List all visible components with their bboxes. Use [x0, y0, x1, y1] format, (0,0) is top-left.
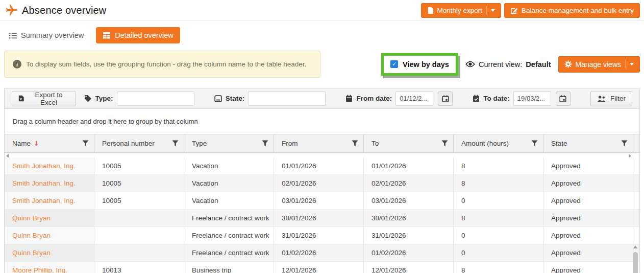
cell-to: 30/01/2026 — [364, 210, 454, 226]
view-tabs: Summary overview Detailed overview — [0, 21, 644, 49]
column-header-name[interactable]: Name ↓ — [5, 134, 94, 152]
view-by-days-checkbox[interactable]: ✓ — [390, 60, 398, 68]
view-by-days-label[interactable]: View by days — [403, 60, 449, 69]
cell-name[interactable]: Moore Phillip, Ing. — [5, 262, 94, 273]
column-label: Personal number — [102, 140, 155, 147]
type-input[interactable] — [117, 92, 194, 106]
cell-from: 01/02/2026 — [274, 244, 364, 261]
group-drop-hint-text: Drag a column header and drop it here to… — [13, 118, 198, 125]
filter-funnel-icon[interactable] — [171, 139, 180, 148]
monthly-export-button[interactable]: Monthly export — [421, 3, 502, 18]
table-grid-icon — [103, 32, 111, 39]
tab-detailed-overview[interactable]: Detailed overview — [96, 27, 180, 43]
cell-to: 03/01/2026 — [364, 192, 454, 209]
cell-name[interactable]: Smith Jonathan, Ing. — [5, 157, 94, 174]
cell-state: Approved — [543, 157, 633, 174]
table-row[interactable]: Smith Jonathan, Ing. 10005 Vacation 01/0… — [5, 157, 639, 175]
cell-from: 02/01/2026 — [274, 175, 364, 192]
to-date-input[interactable] — [513, 92, 551, 106]
filter-funnel-icon[interactable] — [620, 139, 629, 148]
column-label: Amount (hours) — [461, 140, 509, 147]
current-view-value: Default — [526, 60, 551, 69]
employee-name-link[interactable]: Smith Jonathan, Ing. — [12, 162, 76, 170]
tab-summary-overview[interactable]: Summary overview — [9, 31, 84, 39]
table-row[interactable]: Quinn Bryan Freelance / contract work 30… — [5, 210, 639, 227]
cell-amount: 0 — [454, 192, 543, 209]
chevron-down-icon[interactable] — [491, 9, 495, 12]
scroll-up-icon[interactable] — [633, 245, 637, 248]
employee-name-link[interactable]: Smith Jonathan, Ing. — [12, 197, 76, 204]
group-drop-zone[interactable]: Drag a column header and drop it here to… — [5, 109, 639, 134]
manage-views-label: Manage views — [576, 60, 622, 69]
employee-name-link[interactable]: Quinn Bryan — [12, 214, 51, 222]
grid-panel: x Export to Excel Type: State: — [4, 88, 640, 273]
export-to-excel-label: Export to Excel — [28, 91, 69, 106]
table-header-row: Name ↓ Personal number Type From To A — [5, 134, 639, 153]
type-filter-group: Type: — [84, 92, 194, 106]
cell-to: 01/01/2026 — [364, 157, 454, 174]
table-row[interactable]: Moore Phillip, Ing. 10013 Business trip … — [5, 262, 639, 273]
filter-funnel-icon[interactable] — [530, 139, 539, 148]
cell-amount: 8 — [454, 262, 543, 273]
cell-state: Approved — [543, 175, 633, 192]
cell-to: 01/02/2026 — [364, 244, 454, 261]
column-header-from[interactable]: From — [274, 134, 364, 152]
to-date-label: To date: — [483, 95, 510, 102]
table-row[interactable]: Quinn Bryan Freelance / contract work 01… — [5, 244, 639, 262]
column-header-type[interactable]: Type — [184, 134, 274, 152]
table-row[interactable]: Smith Jonathan, Ing. 10005 Vacation 03/0… — [5, 192, 639, 210]
column-header-amount-hours[interactable]: Amount (hours) — [454, 134, 543, 152]
from-date-picker-button[interactable] — [438, 92, 453, 106]
chevron-down-icon[interactable] — [630, 63, 634, 65]
top-bar-actions: Monthly export Balance management and bu… — [421, 3, 640, 18]
tab-detailed-label: Detailed overview — [115, 31, 173, 39]
inbox-icon — [214, 95, 222, 102]
filter-funnel-icon[interactable] — [440, 139, 449, 148]
employee-name-link[interactable]: Smith Jonathan, Ing. — [12, 179, 76, 187]
employee-name-link[interactable]: Quinn Bryan — [12, 232, 51, 239]
cell-amount: 0 — [454, 227, 543, 244]
cell-amount: 0 — [454, 244, 543, 261]
column-header-state[interactable]: State — [543, 134, 633, 152]
horizontal-scroll-strip — [5, 153, 639, 157]
state-input[interactable] — [248, 92, 326, 106]
filter-funnel-icon[interactable] — [81, 139, 90, 148]
from-date-input[interactable] — [395, 92, 433, 106]
employee-name-link[interactable]: Quinn Bryan — [12, 249, 51, 257]
view-controls: ✓ View by days Current view: Default — [381, 53, 640, 76]
page-title: Absence overview — [22, 5, 107, 16]
filter-funnel-icon[interactable] — [351, 139, 359, 148]
filter-button[interactable]: Filter — [590, 91, 632, 106]
calendar-icon — [345, 95, 353, 102]
scrollbar-thumb[interactable] — [633, 252, 638, 273]
to-date-picker-button[interactable] — [556, 92, 571, 106]
vertical-scrollbar[interactable] — [633, 241, 638, 273]
from-date-group: From date: — [345, 92, 453, 106]
table-row[interactable]: Smith Jonathan, Ing. 10005 Vacation 02/0… — [5, 175, 639, 192]
cell-to: 12/01/2026 — [364, 262, 454, 273]
gear-icon — [564, 60, 572, 68]
balance-management-button[interactable]: Balance management and bulk entry — [504, 3, 640, 18]
column-header-personal-number[interactable]: Personal number — [94, 134, 184, 152]
cell-from: 31/01/2026 — [274, 227, 364, 244]
table-row[interactable]: Quinn Bryan Freelance / contract work 31… — [5, 227, 639, 244]
cell-name[interactable]: Smith Jonathan, Ing. — [5, 175, 94, 192]
cell-state: Approved — [543, 210, 633, 226]
cell-type: Freelance / contract work — [184, 227, 274, 244]
cell-name[interactable]: Quinn Bryan — [5, 210, 94, 226]
sort-desc-icon: ↓ — [34, 140, 39, 147]
column-header-to[interactable]: To — [364, 134, 454, 152]
state-filter-group: State: — [214, 92, 326, 106]
employee-name-link[interactable]: Moore Phillip, Ing. — [12, 266, 67, 273]
cell-name[interactable]: Quinn Bryan — [5, 227, 94, 244]
cell-personal-number — [94, 227, 184, 244]
eye-icon — [465, 60, 475, 68]
to-date-group: To date: — [473, 92, 571, 106]
export-to-excel-button[interactable]: x Export to Excel — [12, 91, 76, 106]
cell-from: 12/01/2026 — [274, 262, 364, 273]
manage-views-button[interactable]: Manage views — [558, 56, 640, 73]
cell-from: 30/01/2026 — [274, 210, 364, 226]
cell-name[interactable]: Smith Jonathan, Ing. — [5, 192, 94, 209]
filter-funnel-icon[interactable] — [261, 139, 269, 148]
cell-name[interactable]: Quinn Bryan — [5, 244, 94, 261]
